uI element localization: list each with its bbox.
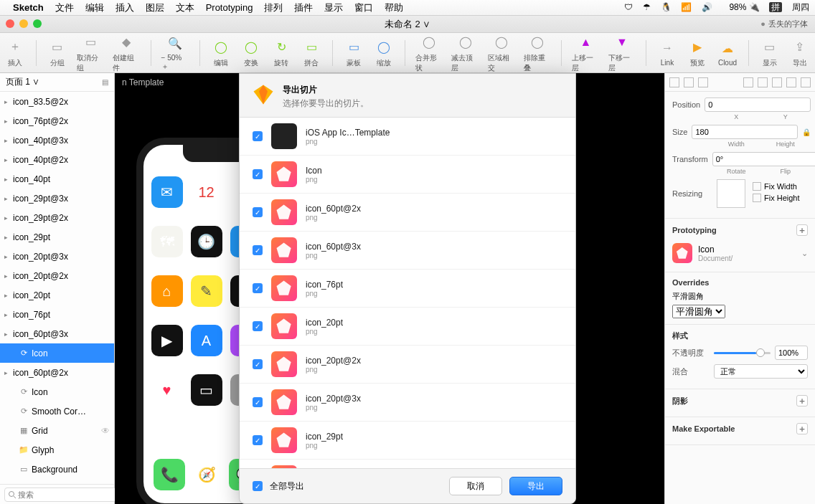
export-item-iOS App Ic…Template[interactable]: ✓ iOS App Ic…Templatepng — [240, 118, 575, 156]
add-prototype-button[interactable]: ＋ — [796, 224, 808, 236]
tool-Link[interactable]: →Link — [656, 39, 678, 67]
tool-排除重叠[interactable]: ◯排除重叠 — [524, 33, 551, 73]
align-right-icon[interactable] — [698, 77, 708, 87]
export-item-checkbox[interactable]: ✓ — [253, 397, 263, 407]
align-bottom-icon[interactable] — [772, 77, 782, 87]
missing-fonts-badge[interactable]: 丢失的字体 — [760, 19, 808, 29]
export-item-checkbox[interactable]: ✓ — [253, 283, 263, 293]
export-item-checkbox[interactable]: ✓ — [253, 435, 263, 445]
layer-Background[interactable]: ▭Background — [0, 460, 114, 479]
menu-view[interactable]: 显示 — [324, 1, 343, 14]
tool-预览[interactable]: ▶预览 — [687, 38, 708, 68]
width-input[interactable] — [692, 125, 798, 139]
layer-Icon[interactable]: ⟳Icon — [0, 343, 114, 363]
layer-icon_29pt@3x[interactable]: ▸icon_29pt@3x — [0, 189, 114, 208]
export-item-icon_60pt@2x[interactable]: ✓ icon_60pt@2xpng — [240, 194, 575, 232]
export-item-checkbox[interactable]: ✓ — [253, 169, 263, 179]
menu-text[interactable]: 文本 — [176, 1, 194, 14]
export-item-checkbox[interactable]: ✓ — [253, 131, 263, 141]
tool-缩放[interactable]: ◯缩放 — [373, 38, 395, 68]
tool-合并形状[interactable]: ◯合并形状 — [415, 33, 443, 73]
distribute-v-icon[interactable] — [801, 77, 811, 87]
tool-取消分组[interactable]: ▭取消分组 — [77, 33, 104, 73]
add-export-button[interactable]: ＋ — [796, 423, 808, 434]
menu-help[interactable]: 帮助 — [385, 1, 403, 14]
align-left-icon[interactable] — [669, 77, 679, 87]
layer-Icon[interactable]: ⟳Icon — [0, 382, 114, 401]
zoom-window-button[interactable] — [33, 19, 42, 28]
tool-旋转[interactable]: ↻旋转 — [270, 38, 292, 68]
opacity-input[interactable] — [775, 346, 808, 360]
minimize-window-button[interactable] — [19, 19, 28, 28]
lock-icon[interactable]: 🔒 — [802, 128, 811, 136]
menu-file[interactable]: 文件 — [55, 1, 74, 14]
menu-insert[interactable]: 插入 — [116, 1, 134, 14]
layer-icon_29pt@2x[interactable]: ▸icon_29pt@2x — [0, 208, 114, 227]
qq-icon[interactable]: 🐧 — [661, 2, 672, 12]
menu-window[interactable]: 窗口 — [354, 1, 373, 14]
export-item-checkbox[interactable]: ✓ — [253, 207, 263, 217]
tool-Cloud[interactable]: ☁Cloud — [717, 39, 738, 67]
tool-下移一层[interactable]: ▼下移一层 — [608, 33, 636, 73]
layer-icon_60pt@2x[interactable]: ▸icon_60pt@2x — [0, 363, 114, 382]
tool-变换[interactable]: ◯变换 — [240, 38, 262, 68]
tool-分组[interactable]: ▭分组 — [47, 38, 68, 68]
shield-icon[interactable]: 🛡 — [624, 2, 633, 12]
date-status[interactable]: 周四 — [792, 2, 809, 12]
export-item-checkbox[interactable]: ✓ — [253, 359, 263, 369]
export-item-icon_76pt[interactable]: ✓ icon_76ptpng — [240, 270, 575, 308]
layer-Grid[interactable]: ▦Grid👁 — [0, 421, 114, 440]
tool-编辑[interactable]: ◯编辑 — [210, 38, 232, 68]
layer-icon_40pt@3x[interactable]: ▸icon_40pt@3x — [0, 130, 114, 150]
export-item-icon_60pt@3x[interactable]: ✓ icon_60pt@3xpng — [240, 232, 575, 270]
battery-status[interactable]: 98% 🔌 — [722, 2, 759, 12]
menu-edit[interactable]: 编辑 — [85, 1, 104, 14]
layer-icon_29pt[interactable]: ▸icon_29pt — [0, 227, 114, 247]
align-top-icon[interactable] — [743, 77, 753, 87]
layer-icon_76pt[interactable]: ▸icon_76pt — [0, 305, 114, 324]
export-item-icon_20pt@2x[interactable]: ✓ icon_20pt@2xpng — [240, 346, 575, 384]
wifi-icon[interactable]: 📶 — [681, 2, 692, 12]
fix-height-checkbox[interactable] — [753, 194, 761, 202]
pages-header[interactable]: 页面 1 ∨ ▤ — [0, 73, 114, 92]
export-list[interactable]: ✓ iOS App Ic…Templatepng✓ Iconpng✓ icon_… — [240, 117, 575, 469]
close-window-button[interactable] — [6, 19, 14, 28]
search-input[interactable] — [4, 488, 131, 502]
export-item-icon_20pt@3x[interactable]: ✓ icon_20pt@3xpng — [240, 384, 575, 422]
opacity-slider[interactable] — [714, 352, 771, 354]
app-menu[interactable]: Sketch — [13, 2, 44, 13]
layer-icon_20pt@2x[interactable]: ▸icon_20pt@2x — [0, 266, 114, 285]
tool-插入[interactable]: ＋插入 — [4, 38, 26, 68]
distribute-h-icon[interactable] — [786, 77, 796, 87]
tool-蒙板[interactable]: ▭蒙板 — [343, 38, 364, 68]
export-item-icon_29pt@2x[interactable]: ✓ icon_29pt@2xpng — [240, 460, 575, 469]
tool-拼合[interactable]: ▭拼合 — [301, 38, 322, 68]
menu-prototyping[interactable]: Prototyping — [206, 2, 253, 13]
export-item-checkbox[interactable]: ✓ — [253, 245, 263, 255]
tool-上移一层[interactable]: ▲上移一层 — [572, 33, 599, 73]
rotate-input[interactable] — [712, 152, 815, 166]
menu-plugins[interactable]: 插件 — [294, 1, 313, 14]
tool-50%[interactable]: 🔍− 50% ＋ — [161, 34, 190, 72]
symbol-source[interactable]: Icon Document/ ⌄ — [672, 240, 808, 266]
menu-arrange[interactable]: 排列 — [264, 1, 283, 14]
layer-Smooth Cor…[interactable]: ⟳Smooth Cor… — [0, 401, 114, 421]
cancel-button[interactable]: 取消 — [449, 477, 502, 495]
layer-icon_20pt[interactable]: ▸icon_20pt — [0, 285, 114, 305]
export-button[interactable]: 导出 — [509, 477, 562, 495]
layer-icon_40pt[interactable]: ▸icon_40pt — [0, 169, 114, 189]
layer-icon_40pt@2x[interactable]: ▸icon_40pt@2x — [0, 150, 114, 169]
tool-减去顶层[interactable]: ◯减去顶层 — [451, 33, 479, 73]
menu-layer[interactable]: 图层 — [146, 1, 164, 14]
fix-width-checkbox[interactable] — [753, 182, 761, 191]
tool-区域相交[interactable]: ◯区域相交 — [488, 33, 515, 73]
pages-collapse-icon[interactable]: ▤ — [102, 78, 108, 86]
override-select[interactable]: 平滑圆角 — [672, 305, 725, 318]
volume-icon[interactable]: 🔊 — [702, 2, 712, 12]
export-item-checkbox[interactable]: ✓ — [253, 321, 263, 331]
ime-status[interactable]: 拼 — [769, 2, 782, 12]
align-middle-icon[interactable] — [758, 77, 768, 87]
tool-显示[interactable]: ▭显示 — [759, 38, 781, 68]
layer-Glyph[interactable]: 📁Glyph — [0, 440, 114, 460]
blend-select[interactable]: 正常 — [714, 364, 808, 379]
